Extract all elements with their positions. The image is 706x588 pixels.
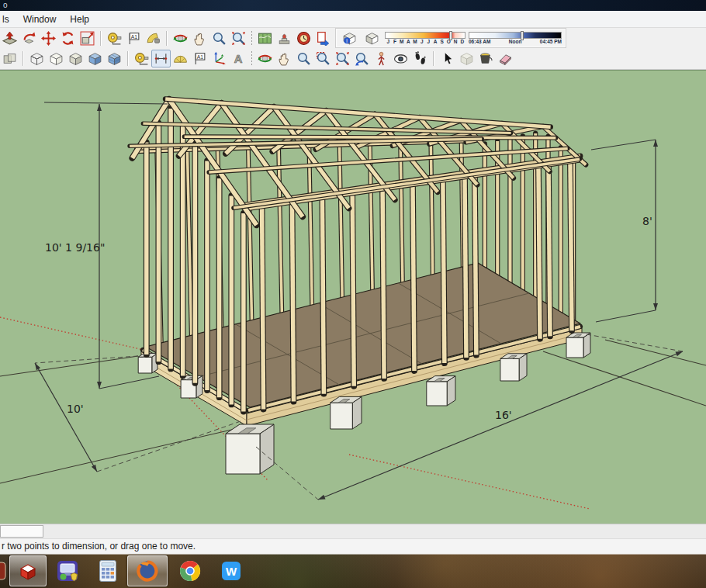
toolbar-separator [22,51,24,66]
toolbar-separator [166,31,168,46]
component-icon[interactable] [457,50,476,67]
rotate-object-icon[interactable] [19,29,39,47]
taskbar-games-button[interactable] [52,555,83,586]
dimension-label-wall-height[interactable]: 8' [642,215,652,227]
zoom-previous-icon[interactable] [352,50,372,67]
text-icon[interactable]: A1 [190,50,209,67]
zoom-extents-icon[interactable] [229,29,248,47]
windows-taskbar: W [0,554,706,588]
monochrome-icon[interactable] [66,50,85,67]
paint-bucket-icon[interactable] [476,50,496,67]
svg-text:A1: A1 [131,33,138,39]
protractor-icon[interactable] [171,50,190,67]
shadow-settings-icon[interactable]: i [340,29,359,47]
dimension-label-width[interactable]: 10' [67,403,84,415]
xray-icon[interactable] [0,50,19,67]
toolbar-row-2: A1A [0,48,706,70]
orbit-icon[interactable] [171,29,190,47]
scale-box-icon[interactable] [78,29,97,47]
zoom-icon[interactable] [209,29,229,47]
status-bar: r two points to dimension, or drag one t… [0,538,706,554]
look-around-icon[interactable] [391,50,410,67]
hidden-line-icon[interactable] [47,50,66,67]
orbit-icon[interactable] [255,50,275,67]
select-icon[interactable] [438,50,457,67]
window-title-bar: o [0,0,706,11]
shadow-month-slider[interactable]: JFMAMJJASOND [385,32,465,44]
dimension-label-overall-height[interactable]: 10' 1 9/16" [45,241,105,254]
pan-icon[interactable] [275,50,294,67]
svg-text:A: A [234,53,243,65]
lower-strip-box [0,525,43,538]
shed-model [130,99,590,474]
zoom-window-icon[interactable] [313,50,333,67]
move-icon[interactable] [39,29,58,47]
eraser-icon[interactable] [496,50,515,67]
dimension-flag-icon[interactable]: A1 [124,29,144,47]
svg-text:W: W [226,565,237,578]
zoom-extents-icon[interactable] [333,50,352,67]
menu-bar: lsWindowHelp [0,11,706,28]
taskbar-sketchup-button[interactable] [9,555,47,586]
status-message: r two points to dimension, or drag one t… [2,541,196,552]
svg-text:A1: A1 [197,54,204,60]
taskbar-writer-button[interactable]: W [216,555,247,586]
tape-measure-icon[interactable] [132,50,151,67]
toolbar-separator [251,31,252,46]
shadows-toolbar-panel: i JFMAMJJASOND 06:43 AMNoon04:45 PM [335,28,566,48]
pan-icon[interactable] [190,29,209,47]
menu-item-help[interactable]: Help [63,12,96,26]
push-terrain-icon[interactable] [0,29,19,47]
window-title-text: o [3,1,8,9]
shaded-icon[interactable] [85,50,105,67]
dimension-icon[interactable] [151,50,171,67]
tape-measure-icon[interactable] [105,29,124,47]
time-slider-handle[interactable] [521,31,524,40]
model-viewport[interactable]: 10' 1 9/16" 8' 10' 16' [0,70,706,524]
toolbar-row-1: A1i JFMAMJJASOND 06:43 AMNoon04:45 PM [0,28,706,48]
dimension-label-length[interactable]: 16' [495,409,512,421]
taskbar-start-fragment-button[interactable] [0,555,6,586]
shaded-textures-icon[interactable] [105,50,124,67]
walk-icon[interactable] [410,50,430,67]
month-slider-handle[interactable] [449,31,452,40]
3d-text-icon[interactable]: A [229,50,248,67]
menu-item-ls[interactable]: ls [0,12,16,26]
map-icon[interactable] [255,29,275,47]
taskbar-firefox-button[interactable] [127,555,168,586]
wireframe-icon[interactable] [27,50,47,67]
taskbar-chrome-button[interactable] [175,555,205,586]
menu-item-window[interactable]: Window [16,12,64,26]
zoom-icon[interactable] [294,50,313,67]
shadow-time-slider[interactable]: 06:43 AMNoon04:45 PM [469,32,562,44]
toolbar-separator [127,51,129,66]
shed-model-canvas[interactable] [0,71,706,524]
export-icon[interactable] [313,29,333,47]
toolbar-separator [251,51,252,66]
position-camera-icon[interactable] [372,50,391,67]
lower-strip [0,524,706,538]
refresh-icon[interactable] [58,29,78,47]
stamp-icon[interactable] [275,29,294,47]
time-red-icon[interactable] [294,29,313,47]
paint-shell-icon[interactable] [144,29,163,47]
shadow-toggle-icon[interactable] [362,29,382,47]
taskbar-calculator-button[interactable] [94,555,122,586]
toolbar-separator [100,31,102,46]
toolbar-separator [433,51,434,66]
axes-icon[interactable] [209,50,229,67]
